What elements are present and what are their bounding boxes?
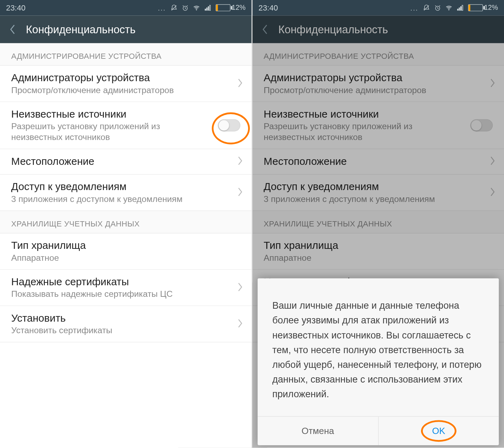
row-title: Местоположение xyxy=(11,155,229,167)
svg-rect-6 xyxy=(210,5,211,10)
battery-indicator: 12% xyxy=(468,4,498,12)
confirm-dialog: Ваши личные данные и данные телефона бол… xyxy=(258,279,499,445)
dialog-ok-button[interactable]: OK xyxy=(378,417,499,446)
battery-pct: 12% xyxy=(484,4,498,12)
svg-rect-13 xyxy=(462,5,463,10)
alarm-icon xyxy=(434,4,441,12)
row-title: Доступ к уведомлениям xyxy=(11,181,229,193)
chevron-right-icon xyxy=(238,156,243,167)
row-subtitle: Установить сертификаты xyxy=(11,325,229,336)
mute-icon xyxy=(423,4,430,12)
screenshot-right: 23:40 ... 12% Конфиденциальность АДМИНИС… xyxy=(252,0,504,448)
svg-rect-11 xyxy=(459,7,460,10)
section-header-admin: АДМИНИСТРИРОВАНИЕ УСТРОЙСТВА xyxy=(0,43,252,66)
chevron-right-icon xyxy=(238,78,243,89)
row-title: Неизвестные источники xyxy=(11,108,208,120)
row-device-admins[interactable]: Администраторы устройства Просмотр/отклю… xyxy=(0,66,252,102)
dialog-actions: Отмена OK xyxy=(258,416,499,445)
app-header: Конфиденциальность xyxy=(0,15,252,43)
row-install-certs[interactable]: Установить Установить сертификаты xyxy=(0,306,252,342)
row-unknown-sources[interactable]: Неизвестные источники Разрешить установк… xyxy=(0,102,252,149)
chevron-right-icon xyxy=(238,187,243,198)
status-bar: 23:40 ... 12% xyxy=(252,0,504,15)
svg-point-9 xyxy=(448,9,449,10)
chevron-right-icon xyxy=(238,318,243,330)
back-button[interactable] xyxy=(6,23,19,36)
signal-icon xyxy=(456,4,464,12)
chevron-right-icon xyxy=(238,282,243,293)
more-dots-icon: ... xyxy=(411,4,419,12)
more-dots-icon: ... xyxy=(158,4,166,12)
page-title: Конфиденциальность xyxy=(26,23,135,36)
row-title: Тип хранилища xyxy=(11,239,229,252)
signal-icon xyxy=(204,4,211,12)
mute-icon xyxy=(170,4,178,12)
row-subtitle: Аппаратное xyxy=(11,252,229,263)
battery-pct: 12% xyxy=(232,4,246,12)
svg-rect-12 xyxy=(460,6,461,10)
toggle-unknown-sources[interactable] xyxy=(218,119,240,132)
svg-rect-3 xyxy=(205,9,206,10)
row-subtitle: Просмотр/отключение администраторов xyxy=(11,85,229,96)
screenshot-left: 23:40 ... 12% Конфиденциальность АДМИНИС… xyxy=(0,0,252,448)
dialog-message: Ваши личные данные и данные телефона бол… xyxy=(258,279,499,416)
svg-rect-4 xyxy=(206,7,208,10)
svg-rect-5 xyxy=(208,6,209,10)
row-subtitle: 3 приложения с доступом к уведомлениям xyxy=(11,194,229,204)
wifi-icon xyxy=(445,4,453,12)
alarm-icon xyxy=(182,4,189,12)
row-trusted-certs[interactable]: Надежные сертификаты Показывать надежные… xyxy=(0,270,252,306)
row-title: Установить xyxy=(11,312,229,324)
row-location[interactable]: Местоположение xyxy=(0,149,252,175)
row-notification-access[interactable]: Доступ к уведомлениям 3 приложения с дос… xyxy=(0,175,252,211)
battery-indicator: 12% xyxy=(216,4,245,12)
svg-rect-10 xyxy=(457,9,458,10)
status-bar: 23:40 ... 12% xyxy=(0,0,252,15)
row-subtitle: Показывать надежные сертификаты ЦС xyxy=(11,289,229,300)
row-storage-type[interactable]: Тип хранилища Аппаратное xyxy=(0,233,252,270)
wifi-icon xyxy=(193,4,200,12)
svg-point-2 xyxy=(196,9,197,10)
row-title: Надежные сертификаты xyxy=(11,276,229,288)
section-header-storage: ХРАНИЛИЩЕ УЧЕТНЫХ ДАННЫХ xyxy=(0,211,252,233)
dialog-cancel-button[interactable]: Отмена xyxy=(258,417,378,446)
status-time: 23:40 xyxy=(6,3,26,12)
row-subtitle: Разрешить установку приложений из неизве… xyxy=(11,121,208,143)
status-time: 23:40 xyxy=(259,3,278,12)
row-title: Администраторы устройства xyxy=(11,72,229,84)
